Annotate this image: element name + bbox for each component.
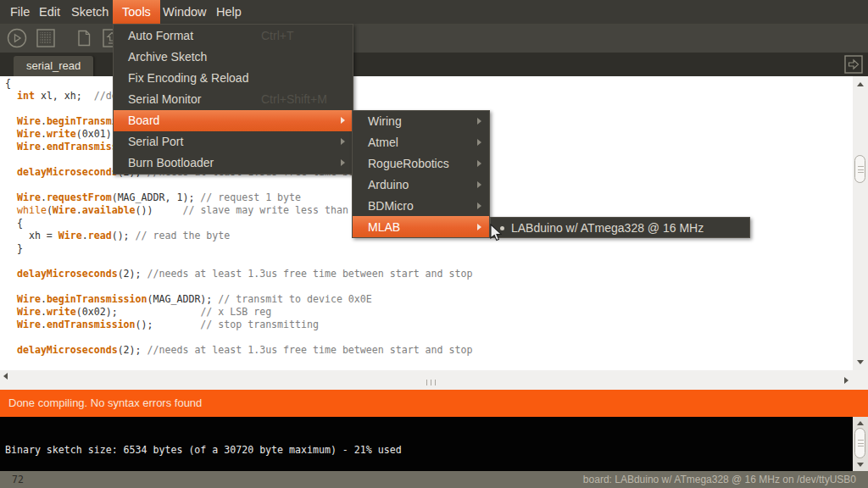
menu-bar: File Edit Sketch Tools Window Help <box>0 0 868 24</box>
menu-item-burn-bootloader[interactable]: Burn Bootloader <box>114 152 353 174</box>
tab-serial-read[interactable]: serial_read <box>14 56 93 76</box>
splitter-grip-icon[interactable] <box>426 380 438 385</box>
console: Binary sketch size: 6534 bytes (of a 307… <box>0 417 868 471</box>
new-button[interactable] <box>71 26 95 50</box>
line-number: 72 <box>12 471 24 488</box>
board-info: board: LABduino w/ ATmega328 @ 16 MHz on… <box>583 471 856 488</box>
stop-button[interactable] <box>34 26 58 50</box>
status-message-bar: Done compiling. No syntax errors found <box>0 390 868 417</box>
submenu-arrow-icon <box>477 160 481 167</box>
submenu-arrow-icon <box>341 117 345 124</box>
menu-item-mlab[interactable]: MLAB <box>353 216 489 237</box>
new-page-icon <box>71 26 95 50</box>
submenu-arrow-icon <box>477 202 481 209</box>
mouse-cursor-icon <box>489 224 506 246</box>
menu-file[interactable]: File <box>7 0 33 24</box>
submenu-arrow-icon <box>477 224 481 230</box>
console-scroll-up-icon[interactable] <box>857 421 864 425</box>
verify-button[interactable] <box>5 26 29 50</box>
menu-edit[interactable]: Edit <box>36 0 64 24</box>
arrow-right-box-icon <box>843 63 864 77</box>
menu-help[interactable]: Help <box>213 0 245 24</box>
stop-square-icon <box>34 26 58 50</box>
submenu-arrow-icon <box>341 159 345 166</box>
play-circle-icon <box>5 26 29 50</box>
status-message: Done compiling. No syntax errors found <box>8 396 202 409</box>
scroll-up-icon[interactable] <box>857 82 864 86</box>
menu-item-serial-monitor[interactable]: Serial Monitor Ctrl+Shift+M <box>114 88 353 109</box>
console-scroll-down-icon[interactable] <box>857 463 864 467</box>
tab-menu-button[interactable] <box>843 54 864 75</box>
menu-item-roguerobotics[interactable]: RogueRobotics <box>353 153 489 175</box>
scroll-down-icon[interactable] <box>857 360 864 364</box>
board-submenu: Wiring Atmel RogueRobotics Arduino BDMic… <box>352 110 490 238</box>
menu-item-archive-sketch[interactable]: Archive Sketch <box>114 46 353 67</box>
submenu-arrow-icon <box>477 139 481 146</box>
thumb-grip-icon <box>858 440 864 446</box>
console-output: Binary sketch size: 6534 bytes (of a 307… <box>5 444 402 457</box>
menu-item-wiring[interactable]: Wiring <box>353 111 489 132</box>
thumb-grip-icon <box>858 166 864 173</box>
submenu-arrow-icon <box>341 138 345 145</box>
shortcut-label: Ctrl+Shift+M <box>261 92 327 106</box>
menu-item-board[interactable]: Board <box>114 110 353 131</box>
footer-status-bar: 72 board: LABduino w/ ATmega328 @ 16 MHz… <box>0 471 868 488</box>
mlab-submenu: LABduino w/ ATmega328 @ 16 MHz <box>490 217 750 238</box>
editor-vertical-scrollbar[interactable] <box>853 76 868 370</box>
submenu-arrow-icon <box>477 181 481 188</box>
console-scrollbar-thumb[interactable] <box>854 428 865 458</box>
tools-menu: Auto Format Ctrl+T Archive Sketch Fix En… <box>113 24 353 175</box>
menu-item-fix-encoding[interactable]: Fix Encoding & Reload <box>114 67 353 88</box>
scroll-left-icon[interactable] <box>3 373 8 380</box>
menu-tools[interactable]: Tools <box>113 0 160 24</box>
menu-item-bdmicro[interactable]: BDMicro <box>353 195 489 216</box>
menu-item-atmel[interactable]: Atmel <box>353 132 489 153</box>
menu-item-auto-format[interactable]: Auto Format Ctrl+T <box>114 25 353 46</box>
menu-sketch[interactable]: Sketch <box>68 0 112 24</box>
editor-scrollbar-thumb[interactable] <box>854 155 865 183</box>
console-scrollbar[interactable] <box>853 417 868 471</box>
menu-item-serial-port[interactable]: Serial Port <box>114 131 353 152</box>
scroll-right-icon[interactable] <box>844 377 849 384</box>
menu-item-arduino[interactable]: Arduino <box>353 175 489 196</box>
menu-item-labduino[interactable]: LABduino w/ ATmega328 @ 16 MHz <box>491 218 749 237</box>
shortcut-label: Ctrl+T <box>261 29 294 42</box>
horizontal-scrollbar[interactable] <box>0 370 868 390</box>
arduino-ide-window: File Edit Sketch Tools Window Help <box>0 0 868 488</box>
submenu-arrow-icon <box>477 118 481 125</box>
menu-window[interactable]: Window <box>159 0 210 24</box>
